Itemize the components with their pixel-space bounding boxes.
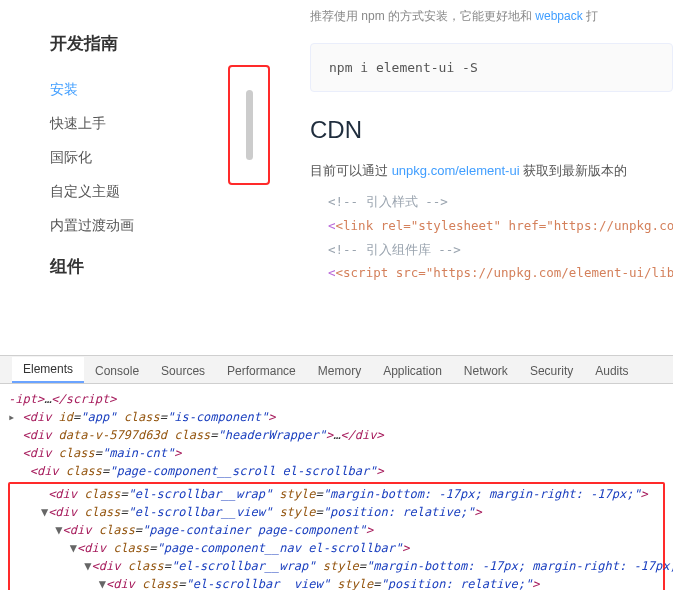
tab-sources[interactable]: Sources: [150, 359, 216, 383]
sidebar: 开发指南 安装 快速上手 国际化 自定义主题 内置过渡动画 组件: [0, 0, 200, 355]
cdn-snippet: <!-- 引入样式 --> <<link rel="stylesheet" hr…: [310, 180, 673, 285]
devtools-tabs: Elements Console Sources Performance Mem…: [0, 356, 673, 384]
webpack-link[interactable]: webpack: [535, 9, 582, 23]
tab-console[interactable]: Console: [84, 359, 150, 383]
tab-security[interactable]: Security: [519, 359, 584, 383]
cdn-desc: 目前可以通过 unpkg.com/element-ui 获取到最新版本的: [310, 162, 673, 180]
install-hint: 推荐使用 npm 的方式安装，它能更好地和 webpack 打: [310, 0, 673, 33]
unpkg-link[interactable]: unpkg.com/element-ui: [392, 163, 520, 178]
devtools-panel: Elements Console Sources Performance Mem…: [0, 355, 673, 590]
cdn-heading: CDN: [310, 116, 673, 144]
nav-quickstart[interactable]: 快速上手: [50, 107, 200, 141]
dom-tree[interactable]: -ipt>…</script> ▸ <div id="app" class="i…: [0, 384, 673, 590]
scrollbar-highlight: [228, 65, 270, 185]
tab-performance[interactable]: Performance: [216, 359, 307, 383]
main-content: 推荐使用 npm 的方式安装，它能更好地和 webpack 打 npm i el…: [200, 0, 673, 355]
nav-install[interactable]: 安装: [50, 73, 200, 107]
install-codebox: npm i element-ui -S: [310, 43, 673, 92]
sidebar-heading-guide: 开发指南: [50, 32, 200, 55]
tab-application[interactable]: Application: [372, 359, 453, 383]
nav-theme[interactable]: 自定义主题: [50, 175, 200, 209]
dom-highlight: <div class="el-scrollbar__wrap" style="m…: [8, 482, 665, 590]
tab-network[interactable]: Network: [453, 359, 519, 383]
nav-transition[interactable]: 内置过渡动画: [50, 209, 200, 243]
sidebar-heading-components: 组件: [50, 255, 200, 278]
scrollbar-thumb[interactable]: [246, 90, 253, 160]
tab-audits[interactable]: Audits: [584, 359, 639, 383]
tab-elements[interactable]: Elements: [12, 357, 84, 383]
nav-i18n[interactable]: 国际化: [50, 141, 200, 175]
tab-memory[interactable]: Memory: [307, 359, 372, 383]
